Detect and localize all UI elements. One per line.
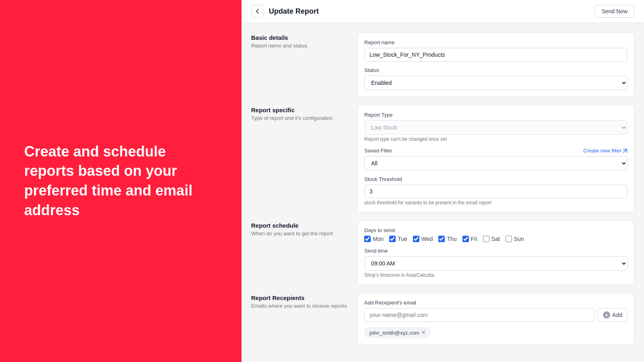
remove-email-icon[interactable]: × [422,329,425,336]
stock-threshold-label: Stock Threshold [364,176,627,182]
day-mon: Mon [364,236,384,242]
create-filter-link[interactable]: Create new filter [583,148,627,154]
header-left: Update Report [251,5,319,18]
basic-details-desc: Report name and status. [251,43,348,49]
status-field: Status Enabled Disabled [364,67,627,90]
report-name-label: Report name [364,39,627,45]
filter-row: Saved Filter Create new filter [364,148,627,154]
day-thu: Thu [438,236,456,242]
basic-details-label: Basic details Report name and status. [251,33,348,97]
report-type-label: Report Type [364,112,627,118]
checkbox-thu[interactable] [438,236,445,242]
days-to-send-label: Days to send [364,227,627,233]
status-select[interactable]: Enabled Disabled [364,76,627,90]
day-label-mon: Mon [373,236,384,242]
day-label-thu: Thu [447,236,456,242]
day-label-sat: Sat [491,236,500,242]
saved-filter-field: Saved Filter Create new filter All [364,148,627,171]
report-type-hint: Report type can't be changed once set [364,136,627,142]
days-to-send-field: Days to send Mon Tue Wed [364,227,627,242]
stock-threshold-field: Stock Threshold stock threshold for vari… [364,176,627,206]
report-type-field: Report Type Low Stock Report type can't … [364,112,627,142]
report-name-field: Report name [364,39,627,62]
report-specific-section: Report specific Type of report and it's … [251,105,634,212]
back-button[interactable] [251,5,264,18]
report-schedule-label: Report schedule When do you want to get … [251,220,348,285]
report-recipients-card: Add Recepient's email + Add john_smith@x… [357,293,634,345]
checkbox-sat[interactable] [483,236,489,242]
stock-threshold-input[interactable] [364,185,627,198]
day-fri: Fri [462,236,477,242]
days-row: Mon Tue Wed Thu [364,236,627,242]
add-button-label: Add [612,312,622,318]
saved-filter-select[interactable]: All [364,156,627,171]
day-sun: Sun [506,236,524,242]
report-type-select[interactable]: Low Stock [364,120,627,135]
add-email-field: Add Recepient's email + Add [364,300,627,322]
day-label-sun: Sun [514,236,524,242]
page-title: Update Report [269,7,319,16]
day-tue: Tue [389,236,407,242]
send-time-field: Send time 09:00 AM 10:00 AM 12:00 PM Sho… [364,248,627,278]
add-circle-icon: + [603,311,610,319]
checkbox-fri[interactable] [462,236,469,242]
send-now-button[interactable]: Send Now [594,5,634,18]
timezone-hint: Shop's timezone is Asia/Calcutta [364,272,627,278]
day-wed: Wed [413,236,433,242]
status-label: Status [364,67,627,73]
report-schedule-card: Days to send Mon Tue Wed [357,220,634,285]
checkbox-tue[interactable] [389,236,396,242]
checkbox-wed[interactable] [413,236,419,242]
checkbox-sun[interactable] [506,236,512,242]
report-schedule-section: Report schedule When do you want to get … [251,220,634,285]
day-label-wed: Wed [421,236,433,242]
report-recipients-title: Report Recepients [251,294,348,301]
day-label-fri: Fri [471,236,477,242]
report-recipients-section: Report Recepients Emails where you want … [251,293,634,345]
page-header: Update Report Send Now [242,0,644,23]
email-tag-value: john_smith@xyz.com [369,330,419,336]
email-add-row: + Add [364,308,627,322]
report-schedule-desc: When do you want to get the report [251,230,348,237]
report-name-input[interactable] [364,48,627,62]
report-specific-label: Report specific Type of report and it's … [251,105,348,212]
send-time-select[interactable]: 09:00 AM 10:00 AM 12:00 PM [364,256,627,271]
day-sat: Sat [483,236,500,242]
basic-details-title: Basic details [251,34,348,41]
stock-threshold-hint: stock threshold for variants to be prese… [364,200,627,206]
email-tag: john_smith@xyz.com × [364,327,431,338]
saved-filter-label: Saved Filter [364,148,392,154]
basic-details-card: Report name Status Enabled Disabled [357,33,634,97]
email-tags-container: john_smith@xyz.com × [364,327,627,338]
add-email-button[interactable]: + Add [598,308,627,322]
report-specific-title: Report specific [251,107,348,113]
email-input[interactable] [364,308,594,322]
left-panel: Create and schedule reports based on you… [0,0,242,362]
checkbox-mon[interactable] [364,236,371,242]
day-label-tue: Tue [398,236,407,242]
basic-details-section: Basic details Report name and status. Re… [251,33,634,97]
report-specific-card: Report Type Low Stock Report type can't … [357,105,634,212]
report-schedule-title: Report schedule [251,222,348,229]
add-email-label: Add Recepient's email [364,300,627,306]
report-recipients-label: Report Recepients Emails where you want … [251,293,348,345]
report-recipients-desc: Emails where you want to receive reports [251,303,348,309]
create-filter-text: Create new filter [583,148,621,154]
send-time-label: Send time [364,248,627,254]
report-specific-desc: Type of report and it's configuration [251,115,348,121]
page-content: Basic details Report name and status. Re… [242,23,644,354]
hero-text: Create and schedule reports based on you… [24,142,217,220]
right-panel: Update Report Send Now Basic details Rep… [242,0,644,362]
